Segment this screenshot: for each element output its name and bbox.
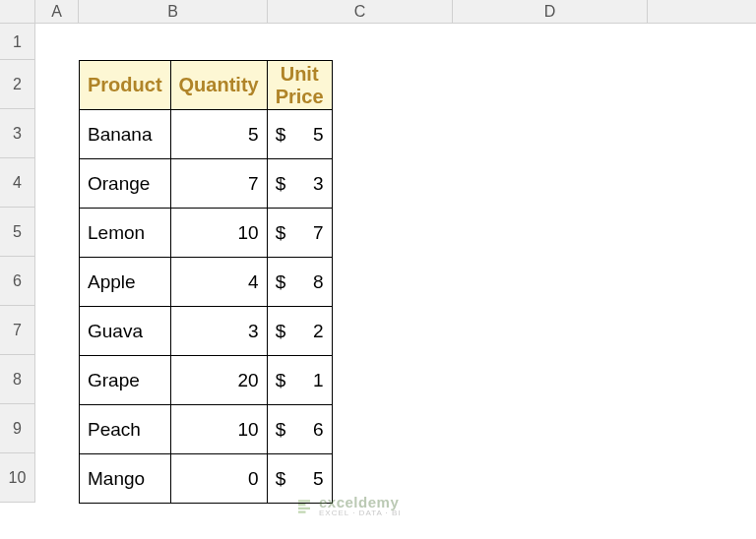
exceldemy-logo-icon — [295, 498, 313, 515]
currency-symbol: $ — [276, 419, 286, 441]
table-row: Peach10$6 — [80, 405, 333, 454]
currency-symbol: $ — [276, 468, 286, 490]
cell-quantity[interactable]: 20 — [170, 356, 267, 405]
cell-unit-price[interactable]: $5 — [267, 110, 332, 159]
cell-product[interactable]: Banana — [80, 110, 171, 159]
cell-unit-price[interactable]: $7 — [267, 209, 332, 258]
price-value: 1 — [313, 370, 324, 391]
cell-quantity[interactable]: 10 — [170, 405, 267, 454]
table-row: Banana5$5 — [80, 110, 333, 159]
row-header-10[interactable]: 10 — [0, 453, 35, 503]
table-row: Mango0$5 — [80, 454, 333, 504]
price-value: 8 — [313, 271, 324, 293]
watermark: exceldemy EXCEL · DATA · BI — [295, 495, 402, 517]
price-value: 3 — [313, 173, 324, 195]
header-quantity[interactable]: Quantity — [170, 61, 267, 110]
row-header-2[interactable]: 2 — [0, 60, 35, 109]
select-all-corner[interactable] — [0, 0, 35, 24]
cell-quantity[interactable]: 7 — [170, 159, 267, 209]
cell-product[interactable]: Lemon — [80, 209, 171, 258]
row-header-5[interactable]: 5 — [0, 208, 35, 257]
currency-symbol: $ — [276, 321, 286, 342]
col-header-d[interactable]: D — [453, 0, 648, 23]
price-value: 7 — [313, 222, 324, 244]
row-header-9[interactable]: 9 — [0, 404, 35, 453]
row-header-8[interactable]: 8 — [0, 355, 35, 404]
col-header-c[interactable]: C — [268, 0, 453, 23]
cell-product[interactable]: Apple — [80, 258, 171, 307]
cell-unit-price[interactable]: $3 — [267, 159, 332, 209]
col-header-b[interactable]: B — [79, 0, 268, 23]
spreadsheet: A B C D 1 2 3 4 5 6 7 8 9 10 Product Qua… — [0, 0, 756, 539]
header-product[interactable]: Product — [80, 61, 171, 110]
cell-product[interactable]: Orange — [80, 159, 171, 209]
row-headers-column: 1 2 3 4 5 6 7 8 9 10 — [0, 24, 35, 503]
cell-unit-price[interactable]: $6 — [267, 405, 332, 454]
row-header-6[interactable]: 6 — [0, 257, 35, 306]
table-row: Guava3$2 — [80, 307, 333, 356]
table-header-row: Product Quantity Unit Price — [80, 61, 333, 110]
table-row: Apple4$8 — [80, 258, 333, 307]
cell-quantity[interactable]: 0 — [170, 454, 267, 504]
cell-unit-price[interactable]: $8 — [267, 258, 332, 307]
cell-product[interactable]: Peach — [80, 405, 171, 454]
currency-symbol: $ — [276, 173, 286, 195]
table-row: Orange7$3 — [80, 159, 333, 209]
cell-quantity[interactable]: 3 — [170, 307, 267, 356]
currency-symbol: $ — [276, 222, 286, 244]
table-row: Lemon10$7 — [80, 209, 333, 258]
column-headers-row: A B C D — [0, 0, 756, 24]
currency-symbol: $ — [276, 370, 286, 391]
row-header-4[interactable]: 4 — [0, 158, 35, 208]
data-table: Product Quantity Unit Price Banana5$5Ora… — [79, 60, 333, 504]
currency-symbol: $ — [276, 124, 286, 146]
table-row: Grape20$1 — [80, 356, 333, 405]
price-value: 6 — [313, 419, 324, 441]
cell-unit-price[interactable]: $1 — [267, 356, 332, 405]
currency-symbol: $ — [276, 271, 286, 293]
cell-quantity[interactable]: 10 — [170, 209, 267, 258]
cell-product[interactable]: Mango — [80, 454, 171, 504]
row-header-3[interactable]: 3 — [0, 109, 35, 158]
row-header-1[interactable]: 1 — [0, 24, 35, 60]
col-header-a[interactable]: A — [35, 0, 79, 23]
price-value: 5 — [313, 124, 324, 146]
watermark-tagline: EXCEL · DATA · BI — [319, 509, 402, 517]
cell-product[interactable]: Guava — [80, 307, 171, 356]
cell-unit-price[interactable]: $2 — [267, 307, 332, 356]
row-header-7[interactable]: 7 — [0, 306, 35, 355]
cell-quantity[interactable]: 5 — [170, 110, 267, 159]
watermark-brand: exceldemy — [319, 495, 402, 509]
price-value: 2 — [313, 321, 324, 342]
cell-product[interactable]: Grape — [80, 356, 171, 405]
header-unit-price[interactable]: Unit Price — [267, 61, 332, 110]
cell-quantity[interactable]: 4 — [170, 258, 267, 307]
price-value: 5 — [313, 468, 324, 490]
